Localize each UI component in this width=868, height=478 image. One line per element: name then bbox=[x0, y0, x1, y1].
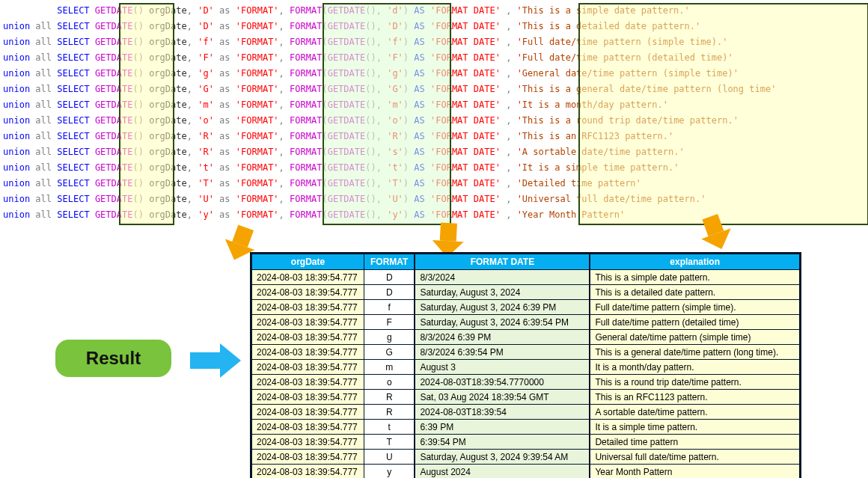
cell-orgdate: 2024-08-03 18:39:54.777 bbox=[252, 315, 364, 330]
table-row: 2024-08-03 18:39:54.777FSaturday, August… bbox=[252, 315, 800, 330]
cell-format: F bbox=[364, 315, 415, 330]
col-header-explanation: explanation bbox=[590, 254, 799, 270]
cell-explanation: This is a simple date pattern. bbox=[590, 270, 799, 285]
code-line: union all SELECT GETDATE() orgDate, 'D' … bbox=[3, 19, 868, 34]
code-line: SELECT GETDATE() orgDate, 'D' as 'FORMAT… bbox=[3, 3, 868, 19]
cell-format: D bbox=[364, 285, 415, 300]
table-row: 2024-08-03 18:39:54.777DSaturday, August… bbox=[252, 285, 800, 300]
cell-orgdate: 2024-08-03 18:39:54.777 bbox=[252, 300, 364, 315]
col-header-formatdate: FORMAT DATE bbox=[415, 254, 590, 270]
cell-explanation: Detailed time pattern bbox=[590, 435, 799, 450]
table-row: 2024-08-03 18:39:54.777fSaturday, August… bbox=[252, 300, 800, 315]
table-row: 2024-08-03 18:39:54.777T6:39:54 PMDetail… bbox=[252, 435, 800, 450]
table-row: 2024-08-03 18:39:54.777o2024-08-03T18:39… bbox=[252, 375, 800, 390]
cell-format: o bbox=[364, 375, 415, 390]
code-line: union all SELECT GETDATE() orgDate, 't' … bbox=[3, 160, 868, 176]
cell-formatdate: 6:39:54 PM bbox=[415, 435, 590, 450]
cell-format: U bbox=[364, 450, 415, 465]
code-line: union all SELECT GETDATE() orgDate, 'R' … bbox=[3, 144, 868, 160]
code-line: union all SELECT GETDATE() orgDate, 'y' … bbox=[3, 207, 868, 223]
table-row: 2024-08-03 18:39:54.777G8/3/2024 6:39:54… bbox=[252, 345, 800, 360]
code-line: union all SELECT GETDATE() orgDate, 'm' … bbox=[3, 97, 868, 113]
table-row: 2024-08-03 18:39:54.777D8/3/2024This is … bbox=[252, 270, 800, 285]
cell-explanation: This is a detailed date pattern. bbox=[590, 285, 799, 300]
cell-orgdate: 2024-08-03 18:39:54.777 bbox=[252, 270, 364, 285]
cell-format: D bbox=[364, 270, 415, 285]
cell-explanation: This is an RFC1123 pattern. bbox=[590, 390, 799, 405]
cell-format: T bbox=[364, 435, 415, 450]
cell-orgdate: 2024-08-03 18:39:54.777 bbox=[252, 330, 364, 345]
cell-formatdate: August 3 bbox=[415, 360, 590, 375]
cell-formatdate: Sat, 03 Aug 2024 18:39:54 GMT bbox=[415, 390, 590, 405]
cell-formatdate: August 2024 bbox=[415, 465, 590, 479]
cell-formatdate: 8/3/2024 bbox=[415, 270, 590, 285]
table-row: 2024-08-03 18:39:54.777RSat, 03 Aug 2024… bbox=[252, 390, 800, 405]
code-line: union all SELECT GETDATE() orgDate, 'f' … bbox=[3, 34, 868, 50]
sql-code-block: SELECT GETDATE() orgDate, 'D' as 'FORMAT… bbox=[3, 3, 868, 235]
cell-formatdate: 2024-08-03T18:39:54.7770000 bbox=[415, 375, 590, 390]
cell-format: f bbox=[364, 300, 415, 315]
cell-orgdate: 2024-08-03 18:39:54.777 bbox=[252, 465, 364, 479]
result-badge: Result bbox=[55, 340, 171, 377]
col-header-format: FORMAT bbox=[364, 254, 415, 270]
cell-explanation: It is a month/day pattern. bbox=[590, 360, 799, 375]
table-row: 2024-08-03 18:39:54.777yAugust 2024Year … bbox=[252, 465, 800, 479]
code-line: union all SELECT GETDATE() orgDate, 'U' … bbox=[3, 191, 868, 207]
cell-orgdate: 2024-08-03 18:39:54.777 bbox=[252, 450, 364, 465]
cell-formatdate: 8/3/2024 6:39:54 PM bbox=[415, 345, 590, 360]
cell-format: g bbox=[364, 330, 415, 345]
cell-orgdate: 2024-08-03 18:39:54.777 bbox=[252, 405, 364, 420]
result-table: orgDate FORMAT FORMAT DATE explanation 2… bbox=[251, 254, 800, 478]
code-line: union all SELECT GETDATE() orgDate, 'G' … bbox=[3, 82, 868, 97]
cell-explanation: Full date/time pattern (detailed time) bbox=[590, 315, 799, 330]
cell-formatdate: Saturday, August 3, 2024 6:39 PM bbox=[415, 300, 590, 315]
cell-orgdate: 2024-08-03 18:39:54.777 bbox=[252, 435, 364, 450]
table-row: 2024-08-03 18:39:54.777t6:39 PMIt is a s… bbox=[252, 420, 800, 435]
code-line: union all SELECT GETDATE() orgDate, 'F' … bbox=[3, 50, 868, 66]
cell-explanation: This is a round trip date/time pattern. bbox=[590, 375, 799, 390]
cell-orgdate: 2024-08-03 18:39:54.777 bbox=[252, 420, 364, 435]
cell-format: G bbox=[364, 345, 415, 360]
cell-explanation: Year Month Pattern bbox=[590, 465, 799, 479]
cell-orgdate: 2024-08-03 18:39:54.777 bbox=[252, 345, 364, 360]
cell-explanation: A sortable date/time pattern. bbox=[590, 405, 799, 420]
cell-orgdate: 2024-08-03 18:39:54.777 bbox=[252, 375, 364, 390]
table-row: 2024-08-03 18:39:54.777g8/3/2024 6:39 PM… bbox=[252, 330, 800, 345]
code-line: union all SELECT GETDATE() orgDate, 'T' … bbox=[3, 176, 868, 191]
cell-orgdate: 2024-08-03 18:39:54.777 bbox=[252, 285, 364, 300]
cell-formatdate: 6:39 PM bbox=[415, 420, 590, 435]
cell-explanation: Universal full date/time pattern. bbox=[590, 450, 799, 465]
cell-format: t bbox=[364, 420, 415, 435]
code-line: union all SELECT GETDATE() orgDate, 'g' … bbox=[3, 66, 868, 82]
page-root: SELECT GETDATE() orgDate, 'D' as 'FORMAT… bbox=[3, 3, 868, 478]
cell-orgdate: 2024-08-03 18:39:54.777 bbox=[252, 390, 364, 405]
cell-formatdate: 8/3/2024 6:39 PM bbox=[415, 330, 590, 345]
col-header-orgdate: orgDate bbox=[252, 254, 364, 270]
cell-explanation: It is a simple time pattern. bbox=[590, 420, 799, 435]
cell-formatdate: 2024-08-03T18:39:54 bbox=[415, 405, 590, 420]
cell-format: R bbox=[364, 390, 415, 405]
cell-explanation: This is a general date/time pattern (lon… bbox=[590, 345, 799, 360]
cell-explanation: Full date/time pattern (simple time). bbox=[590, 300, 799, 315]
code-line: union all SELECT GETDATE() orgDate, 'R' … bbox=[3, 129, 868, 144]
result-table-wrapper: orgDate FORMAT FORMAT DATE explanation 2… bbox=[250, 252, 801, 478]
cell-formatdate: Saturday, August 3, 2024 6:39:54 PM bbox=[415, 315, 590, 330]
cell-format: m bbox=[364, 360, 415, 375]
cell-formatdate: Saturday, August 3, 2024 9:39:54 AM bbox=[415, 450, 590, 465]
cell-explanation: General date/time pattern (simple time) bbox=[590, 330, 799, 345]
table-row: 2024-08-03 18:39:54.777USaturday, August… bbox=[252, 450, 800, 465]
cell-orgdate: 2024-08-03 18:39:54.777 bbox=[252, 360, 364, 375]
table-header-row: orgDate FORMAT FORMAT DATE explanation bbox=[252, 254, 800, 270]
cell-format: y bbox=[364, 465, 415, 479]
table-row: 2024-08-03 18:39:54.777R2024-08-03T18:39… bbox=[252, 405, 800, 420]
cell-format: R bbox=[364, 405, 415, 420]
code-line: union all SELECT GETDATE() orgDate, 'o' … bbox=[3, 113, 868, 129]
table-row: 2024-08-03 18:39:54.777mAugust 3It is a … bbox=[252, 360, 800, 375]
cell-formatdate: Saturday, August 3, 2024 bbox=[415, 285, 590, 300]
